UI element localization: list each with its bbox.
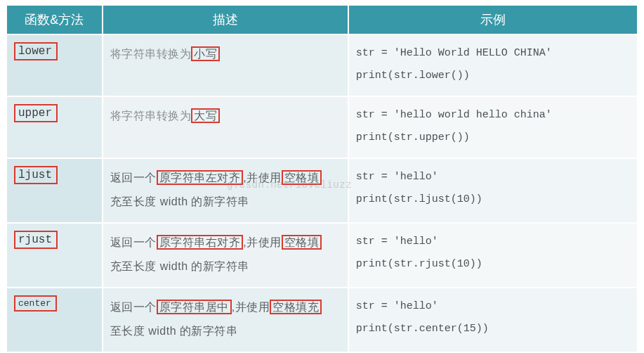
example-line: print(str.center(15)) <box>356 318 630 340</box>
example-line: str = 'hello' <box>356 295 630 318</box>
desc-line1: 将字符串转换为大写 <box>110 104 341 128</box>
example-line: str = 'hello world hello china' <box>356 104 630 127</box>
header-example: 示例 <box>348 5 638 34</box>
header-function: 函数&方法 <box>6 5 103 34</box>
fn-name: rjust <box>14 231 58 249</box>
example-cell: str = 'hello'print(str.center(15)) <box>348 288 638 352</box>
highlight-phrase: 原字符串居中 <box>157 300 232 314</box>
desc-cell: 返回一个原字符串右对齐,并使用空格填充至长度 width 的新字符串 <box>103 223 348 288</box>
fn-name: ljust <box>14 166 58 184</box>
table-row: upper将字符串转换为大写str = 'hello world hello c… <box>6 96 638 158</box>
example-line: str = 'hello' <box>356 166 630 188</box>
fn-cell: ljust <box>6 158 103 223</box>
desc-cell: 将字符串转换为大写 <box>103 96 348 158</box>
table-header-row: 函数&方法 描述 示例 <box>6 5 638 34</box>
desc-cell: 返回一个原字符串左对齐,并使用空格填充至长度 width 的新字符串 <box>103 158 348 223</box>
example-cell: str = 'hello'print(str.rjust(10)) <box>348 223 638 288</box>
desc-line1: 返回一个原字符串左对齐,并使用空格填 <box>110 166 341 190</box>
example-line: print(str.lower()) <box>356 65 630 87</box>
fn-cell: lower <box>6 34 103 96</box>
header-description: 描述 <box>103 5 348 34</box>
table-row: center返回一个原字符串居中,并使用空格填充至长度 width 的新字符串s… <box>6 288 638 352</box>
example-cell: str = 'hello'print(str.ljust(10)) <box>348 158 638 223</box>
desc-line2: 充至长度 width 的新字符串 <box>110 190 341 214</box>
fn-cell: rjust <box>6 223 103 288</box>
desc-line2: 充至长度 width 的新字符串 <box>110 255 341 278</box>
desc-line2: 至长度 width 的新字符串 <box>110 319 341 343</box>
example-cell: str = 'Hello World HELLO CHINA'print(str… <box>348 34 638 96</box>
example-line: print(str.ljust(10)) <box>356 188 630 211</box>
fn-name: center <box>14 295 57 312</box>
highlight-phrase: 原字符串左对齐 <box>157 170 244 185</box>
example-line: str = 'hello' <box>356 231 630 253</box>
highlight-phrase: 原字符串右对齐 <box>157 235 244 250</box>
example-line: print(str.upper()) <box>356 127 630 149</box>
desc-line1: 将字符串转换为小写 <box>110 42 341 66</box>
highlight-phrase: 空格填 <box>282 235 322 250</box>
desc-line1: 返回一个原字符串居中,并使用空格填充 <box>110 295 341 319</box>
fn-name: upper <box>14 104 58 122</box>
table-row: ljust返回一个原字符串左对齐,并使用空格填充至长度 width 的新字符串s… <box>6 158 638 223</box>
string-methods-table: 函数&方法 描述 示例 lower将字符串转换为小写str = 'Hello W… <box>0 0 644 353</box>
methods-table: 函数&方法 描述 示例 lower将字符串转换为小写str = 'Hello W… <box>6 4 638 353</box>
highlight-phrase: 大写 <box>191 108 220 123</box>
desc-cell: 返回一个原字符串居中,并使用空格填充至长度 width 的新字符串 <box>103 288 348 352</box>
table-row: lower将字符串转换为小写str = 'Hello World HELLO C… <box>6 34 638 96</box>
fn-cell: center <box>6 288 103 352</box>
highlight-phrase: 空格填 <box>282 170 322 185</box>
highlight-phrase: 空格填充 <box>270 300 322 314</box>
desc-line1: 返回一个原字符串右对齐,并使用空格填 <box>110 231 341 255</box>
example-cell: str = 'hello world hello china'print(str… <box>348 96 638 158</box>
desc-cell: 将字符串转换为小写 <box>103 34 348 96</box>
example-line: print(str.rjust(10)) <box>356 253 630 276</box>
fn-name: lower <box>14 42 58 60</box>
fn-cell: upper <box>6 96 103 158</box>
table-row: rjust返回一个原字符串右对齐,并使用空格填充至长度 width 的新字符串s… <box>6 223 638 288</box>
highlight-phrase: 小写 <box>191 46 220 61</box>
example-line: str = 'Hello World HELLO CHINA' <box>356 42 630 65</box>
